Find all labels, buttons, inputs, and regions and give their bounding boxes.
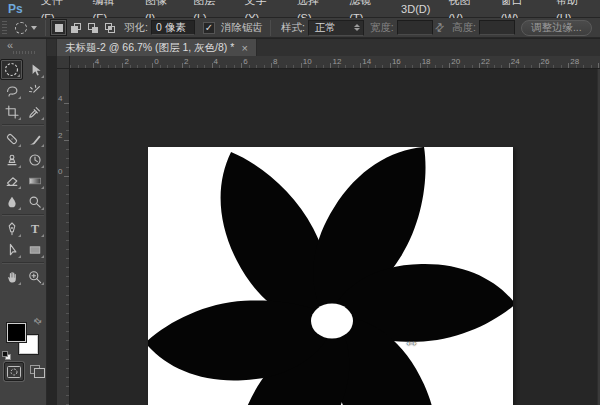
check-icon: ✓: [205, 23, 213, 33]
style-dropdown[interactable]: 正常: [308, 20, 364, 36]
hand-icon: [4, 269, 20, 285]
screen-mode-button[interactable]: [30, 364, 45, 382]
tool-rectangle-shape[interactable]: [23, 239, 46, 260]
tool-lasso[interactable]: [0, 80, 23, 101]
tool-separator: [2, 262, 44, 264]
tool-preset-picker[interactable]: [11, 19, 41, 37]
ruler-label: 2: [124, 57, 128, 66]
add-to-selection-button[interactable]: [67, 19, 84, 36]
close-tab-icon[interactable]: ×: [241, 43, 247, 53]
quick-mask-button[interactable]: [4, 362, 24, 381]
tool-blur[interactable]: [0, 191, 23, 212]
tool-zoom[interactable]: [23, 266, 46, 287]
intersect-selection-icon: [104, 22, 116, 34]
height-label: 高度:: [452, 21, 476, 35]
tool-magic-wand[interactable]: [23, 80, 46, 101]
svg-text:T: T: [30, 222, 38, 236]
new-selection-icon: [53, 22, 65, 34]
style-label: 样式:: [281, 21, 305, 35]
ruler-label: 0: [58, 167, 62, 176]
pen-icon: [4, 221, 20, 237]
dodge-icon: [27, 194, 43, 210]
photoshop-logo: Ps: [0, 2, 32, 16]
blur-icon: [4, 194, 20, 210]
tool-brush[interactable]: [23, 128, 46, 149]
tool-type[interactable]: T: [23, 218, 46, 239]
tool-dodge[interactable]: [23, 191, 46, 212]
tools-grid: T: [0, 56, 46, 287]
dropdown-spinner-icon: [354, 24, 360, 31]
gradient-icon: [27, 173, 43, 189]
tool-eyedropper[interactable]: [23, 101, 46, 122]
tool-hand[interactable]: [0, 266, 23, 287]
menu-item-3D(D)[interactable]: 3D(D): [392, 0, 439, 18]
ruler-horizontal: 642024681012141618202224262830: [57, 56, 600, 69]
separator: [45, 20, 46, 36]
tool-options-bar: 羽化: ✓ 消除锯齿 样式: 正常 宽度: ⇄ 高度: 调整边缘...: [0, 18, 600, 38]
new-selection-button[interactable]: [50, 19, 67, 36]
stamp-icon: [4, 152, 20, 168]
ruler-label: 2: [58, 131, 62, 140]
tool-spot-healing-brush[interactable]: [0, 128, 23, 149]
subtract-from-selection-button[interactable]: [84, 19, 101, 36]
wand-icon: [27, 83, 43, 99]
separator: [270, 20, 271, 36]
tool-elliptical-marquee[interactable]: [0, 59, 23, 80]
tab-bar: « 未标题-2 @ 66.7% (图层 1, 灰色/8) * ×: [0, 38, 600, 56]
antialias-label: 消除锯齿: [221, 21, 263, 35]
feather-input[interactable]: [151, 20, 195, 35]
history-icon: [27, 152, 43, 168]
shape-rect-icon: [27, 242, 43, 258]
tool-move[interactable]: [23, 59, 46, 80]
feather-label: 羽化:: [124, 21, 148, 35]
eraser-icon: [4, 173, 20, 189]
tool-clone-stamp[interactable]: [0, 149, 23, 170]
menu-bar: Ps 文件(F)编辑(E)图像(I)图层(L)文字(Y)选择(S)滤镜(T)3D…: [0, 0, 600, 18]
refine-edge-button[interactable]: 调整边缘...: [521, 20, 592, 36]
tool-pen[interactable]: [0, 218, 23, 239]
collapse-panel-icon[interactable]: «: [7, 39, 13, 51]
document-tab-title: 未标题-2 @ 66.7% (图层 1, 灰色/8) *: [65, 41, 234, 55]
type-icon: T: [27, 221, 43, 237]
ruler-label: 4: [58, 94, 62, 103]
marquee-ellipse-icon: [3, 61, 20, 78]
tool-path-selection[interactable]: [0, 239, 23, 260]
intersect-selection-button[interactable]: [101, 19, 118, 36]
path-select-icon: [4, 242, 20, 258]
tool-eraser[interactable]: [0, 170, 23, 191]
antialias-checkbox[interactable]: ✓: [203, 22, 215, 34]
canvas-area[interactable]: [148, 147, 513, 405]
tool-crop[interactable]: [0, 101, 23, 122]
tool-gradient[interactable]: [23, 170, 46, 191]
zoom-icon: [27, 269, 43, 285]
resize-cursor-icon: ↔: [404, 332, 419, 349]
document-tab[interactable]: 未标题-2 @ 66.7% (图层 1, 灰色/8) * ×: [56, 39, 257, 56]
document-area: 642024681012141618202224262830 420: [47, 56, 600, 405]
photoshop-window: Ps 文件(F)编辑(E)图像(I)图层(L)文字(Y)选择(S)滤镜(T)3D…: [0, 0, 600, 405]
swap-dimensions-icon[interactable]: ⇄: [432, 20, 448, 36]
options-grip-icon: [2, 21, 7, 35]
tool-separator: [2, 124, 44, 126]
default-colors-icon[interactable]: [2, 351, 12, 361]
ruler-label: 0: [154, 57, 158, 66]
healing-icon: [4, 131, 20, 147]
width-input[interactable]: [397, 20, 433, 35]
ruler-label: 4: [214, 57, 218, 66]
foreground-color-swatch[interactable]: [6, 322, 27, 343]
selection-mode-group: [50, 19, 118, 36]
tool-separator: [2, 214, 44, 216]
tool-history-brush[interactable]: [23, 149, 46, 170]
width-label: 宽度:: [370, 21, 394, 35]
flower-artwork: [148, 147, 513, 405]
ruler-label: 6: [243, 57, 247, 66]
lasso-icon: [4, 83, 20, 99]
ruler-label: 2: [184, 57, 188, 66]
subtract-selection-icon: [87, 22, 99, 34]
crop-icon: [4, 104, 20, 120]
tool-panel-header: «: [0, 39, 47, 56]
eyedropper-icon: [27, 104, 43, 120]
ruler-label: 4: [95, 57, 99, 66]
ruler-corner[interactable]: [57, 56, 70, 69]
height-input[interactable]: [479, 20, 515, 35]
move-icon: [27, 62, 43, 78]
